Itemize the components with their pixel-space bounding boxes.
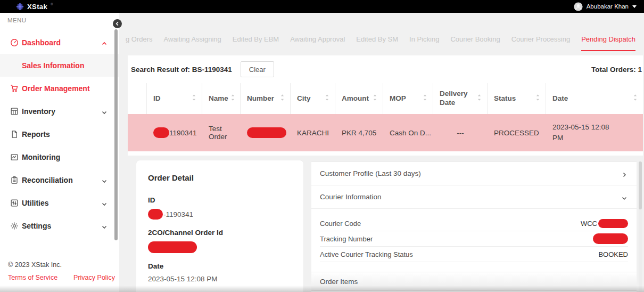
cell-status: PROCESSED (488, 114, 546, 151)
user-menu[interactable]: Abubakar Khan (574, 2, 637, 11)
tab-pending-dispatch[interactable]: Pending Dispatch (581, 27, 635, 51)
courier-information-section[interactable]: Courier Information (311, 185, 637, 209)
redaction-bar (148, 241, 197, 253)
courier-info-details: Courier Code WCC Tracking Number Active … (311, 209, 637, 262)
sidebar-item-utilities[interactable]: Utilities (0, 191, 119, 214)
sidebar-item-order-management[interactable]: Order Management (0, 77, 119, 100)
header-cell-city: City (291, 83, 335, 114)
date-value: 2023-05-15 12:08 PM (148, 275, 292, 283)
header-cell-id: ID (147, 83, 202, 114)
table-header-row: ID Name Number City Amount MOP Delivery … (128, 83, 643, 114)
cell-id: 1190341 (147, 114, 202, 151)
tab-in-picking[interactable]: In Picking (409, 27, 439, 51)
clipboard-icon (10, 176, 19, 184)
privacy-policy-link[interactable]: Privacy Policy (73, 274, 115, 281)
sort-icon[interactable] (192, 94, 196, 104)
brand-trademark: ® (51, 3, 53, 6)
chevron-down-icon (101, 200, 108, 206)
cell-name: Test Order (202, 114, 241, 151)
sidebar-item-dashboard[interactable]: Dashboard (0, 31, 119, 54)
copyright-text: © 2023 XStak Inc. (8, 261, 119, 269)
sort-icon[interactable] (230, 94, 235, 104)
header-cell-status: Status (488, 83, 546, 114)
tab-awaiting-approval[interactable]: Awaiting Approval (290, 27, 345, 51)
terms-of-service-link[interactable]: Terms of Service (8, 274, 57, 281)
courier-code-row: Courier Code WCC (320, 216, 628, 231)
header-cell-date: Date (546, 83, 643, 114)
user-caret-icon (632, 5, 637, 8)
monitor-icon (10, 153, 19, 161)
sidebar-item-inventory[interactable]: Inventory (0, 100, 119, 123)
tab-edited-by-ebm[interactable]: Edited By EBM (233, 27, 279, 51)
sidebar: MENU Dashboard Sales Information Order M… (0, 13, 119, 292)
customer-profile-section[interactable]: Customer Profile (Last 30 days) (311, 161, 637, 185)
order-info-panel: Customer Profile (Last 30 days) Courier … (311, 161, 637, 292)
id-value: -1190341 (148, 209, 292, 220)
redaction-bar (153, 127, 169, 138)
file-icon (10, 130, 19, 139)
cell-mop: Cash On D... (383, 114, 433, 151)
tab-edited-by-sm[interactable]: Edited By SM (356, 27, 398, 51)
tracking-number-row: Tracking Number (320, 231, 628, 247)
redaction-bar (247, 127, 286, 138)
orders-table-card: Search Result of: BS-1190341 Clear Total… (128, 55, 643, 156)
order-detail-card: Order Detail ID -1190341 2CO/Channel Ord… (136, 160, 304, 292)
cart-icon (10, 84, 19, 93)
sidebar-scrollbar[interactable] (114, 29, 118, 240)
sort-icon[interactable] (280, 94, 285, 104)
clear-search-button[interactable]: Clear (241, 61, 274, 77)
panel-scrollbar[interactable] (639, 161, 642, 292)
tab-awaiting-assigning[interactable]: Awaiting Assigning (164, 27, 221, 51)
avatar (574, 2, 583, 11)
header-cell-lead (128, 83, 147, 114)
tracking-status-row: Active Courier Tracking Status BOOKED (320, 247, 628, 262)
order-detail-title: Order Detail (148, 173, 292, 182)
chevron-down-icon (101, 108, 108, 115)
redaction-bar (593, 233, 628, 244)
topbar: XStak ® Abubakar Khan (0, 0, 644, 13)
sort-icon[interactable] (535, 94, 540, 104)
cell-city: KARACHI (291, 114, 335, 151)
chevron-up-icon (101, 39, 108, 46)
chevron-down-icon (621, 194, 628, 200)
header-cell-name: Name (202, 83, 241, 114)
sidebar-collapse-button[interactable] (113, 19, 122, 28)
sidebar-item-reports[interactable]: Reports (0, 123, 119, 145)
sort-icon[interactable] (373, 94, 377, 104)
channel-order-id-value (148, 241, 292, 253)
sort-icon[interactable] (633, 94, 638, 104)
header-cell-delivery-date: Delivery Date (433, 83, 488, 114)
tab-orders-clipped[interactable]: g Orders (126, 27, 153, 51)
sidebar-nav: Dashboard Sales Information Order Manage… (0, 31, 119, 237)
chevron-down-icon (101, 177, 108, 183)
sort-icon[interactable] (423, 94, 427, 104)
order-status-tabs: g Orders Awaiting Assigning Edited By EB… (126, 27, 640, 51)
cell-delivery-date: --- (433, 114, 488, 151)
tab-courier-processing[interactable]: Courier Processing (511, 27, 571, 51)
sidebar-item-settings[interactable]: Settings (0, 214, 119, 237)
cell-number (241, 114, 291, 151)
dashboard-icon (10, 38, 19, 47)
id-label: ID (148, 196, 292, 204)
order-table-row[interactable]: 1190341 Test Order KARACHI PKR 4,705 Cas… (128, 114, 643, 151)
tab-courier-booking[interactable]: Courier Booking (450, 27, 500, 51)
app-window: XStak ® Abubakar Khan MENU Dashboard (0, 0, 644, 292)
chevron-left-icon (115, 21, 120, 26)
cell-date: 2023-05-15 12:08 PM (546, 114, 643, 151)
gear-icon (10, 222, 19, 230)
sort-icon[interactable] (325, 94, 329, 104)
sidebar-item-sales-information[interactable]: Sales Information (0, 54, 119, 77)
xstak-logo-icon (16, 3, 24, 11)
sidebar-footer: © 2023 XStak Inc. Terms of Service Priva… (0, 250, 119, 292)
redaction-bar (148, 209, 163, 220)
sidebar-item-reconciliation[interactable]: Reconciliation (0, 168, 119, 191)
sidebar-item-monitoring[interactable]: Monitoring (0, 145, 119, 168)
sidebar-menu-label: MENU (7, 17, 26, 23)
brand-name: XStak (27, 3, 47, 11)
header-cell-amount: Amount (335, 83, 383, 114)
inventory-icon (10, 107, 19, 116)
sort-icon[interactable] (477, 94, 482, 104)
sliders-icon (10, 199, 19, 207)
cell-amount: PKR 4,705 (335, 114, 383, 151)
order-items-section[interactable]: Order Items (311, 272, 637, 291)
